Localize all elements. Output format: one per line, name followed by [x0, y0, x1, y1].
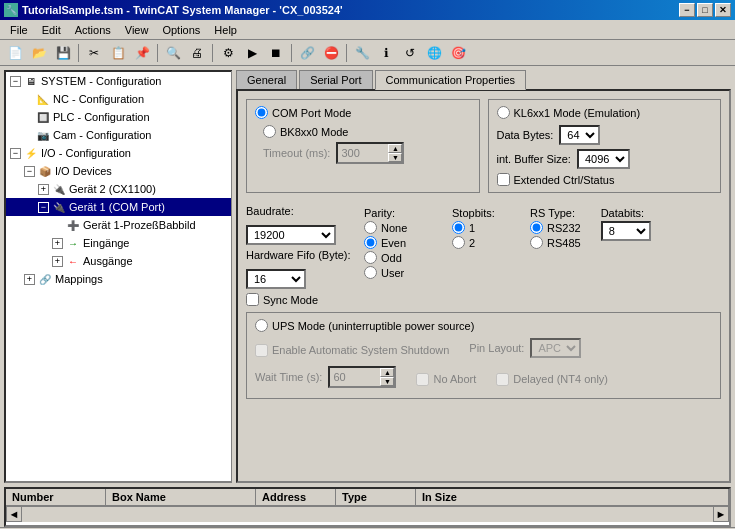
tab-serial-port[interactable]: Serial Port	[299, 70, 372, 90]
tree-label-system: SYSTEM - Configuration	[41, 75, 161, 87]
expand-system[interactable]: −	[10, 76, 21, 87]
tree-item-ausgang[interactable]: + ← Ausgänge	[6, 252, 231, 270]
rs485-label: RS485	[547, 237, 581, 249]
expand-gerat1[interactable]: −	[38, 202, 49, 213]
paste-button[interactable]: 📌	[131, 42, 153, 64]
wait-time-spinner[interactable]: ▲ ▼	[328, 366, 396, 388]
stopbits-2-radio[interactable]	[452, 236, 465, 249]
parity-none-radio[interactable]	[364, 221, 377, 234]
rs232-row: RS232	[530, 221, 581, 234]
expand-io-devices[interactable]: −	[24, 166, 35, 177]
delayed-checkbox[interactable]	[496, 373, 509, 386]
gerat1-icon: 🔌	[51, 199, 67, 215]
copy-button[interactable]: 📋	[107, 42, 129, 64]
settings-button[interactable]: 🔧	[351, 42, 373, 64]
info-button[interactable]: ℹ	[375, 42, 397, 64]
parity-odd-radio[interactable]	[364, 251, 377, 264]
enable-auto-checkbox[interactable]	[255, 344, 268, 357]
baudrate-label: Baudrate:	[246, 205, 294, 217]
tree-item-prozess[interactable]: ➕ Gerät 1-ProzeßBabbild	[6, 216, 231, 234]
menu-file[interactable]: File	[4, 22, 34, 38]
connect-button[interactable]: 🔗	[296, 42, 318, 64]
open-button[interactable]: 📂	[28, 42, 50, 64]
stopbits-2-row: 2	[452, 236, 522, 249]
scroll-left[interactable]: ◄	[6, 506, 22, 522]
expand-mappings[interactable]: +	[24, 274, 35, 285]
tree-item-nc[interactable]: 📐 NC - Configuration	[6, 90, 231, 108]
disconnect-button[interactable]: ⛔	[320, 42, 342, 64]
bk8-radio[interactable]	[263, 125, 276, 138]
target-button[interactable]: 🎯	[447, 42, 469, 64]
tree-item-system[interactable]: − 🖥 SYSTEM - Configuration	[6, 72, 231, 90]
expand-gerat2[interactable]: +	[38, 184, 49, 195]
int-buffer-select[interactable]: 4096	[577, 149, 630, 169]
expand-eingang[interactable]: +	[52, 238, 63, 249]
hwfifo-select[interactable]: 16	[246, 269, 306, 289]
save-button[interactable]: 💾	[52, 42, 74, 64]
cut-button[interactable]: ✂	[83, 42, 105, 64]
pin-layout-select[interactable]: APC	[530, 338, 581, 358]
rs485-radio[interactable]	[530, 236, 543, 249]
wait-time-up[interactable]: ▲	[380, 368, 394, 377]
ups-mode-radio[interactable]	[255, 319, 268, 332]
timeout-down[interactable]: ▼	[388, 153, 402, 162]
expand-io[interactable]: −	[10, 148, 21, 159]
find-button[interactable]: 🔍	[162, 42, 184, 64]
timeout-up[interactable]: ▲	[388, 144, 402, 153]
menu-options[interactable]: Options	[156, 22, 206, 38]
tab-comm-props[interactable]: Communication Properties	[375, 70, 527, 90]
maximize-button[interactable]: □	[697, 3, 713, 17]
enable-auto-label: Enable Automatic System Shutdown	[272, 344, 449, 356]
scroll-track-h[interactable]	[22, 506, 713, 522]
reload-button[interactable]: ↺	[399, 42, 421, 64]
timeout-spinner[interactable]: 300 ▲ ▼	[336, 142, 404, 164]
rs232-radio[interactable]	[530, 221, 543, 234]
delayed-label: Delayed (NT4 only)	[513, 373, 608, 385]
io-icon: ⚡	[23, 145, 39, 161]
kl-mode-radio[interactable]	[497, 106, 510, 119]
main-area: − 🖥 SYSTEM - Configuration 📐 NC - Config…	[0, 66, 735, 487]
run-button[interactable]: ▶	[241, 42, 263, 64]
build-button[interactable]: ⚙	[217, 42, 239, 64]
menu-actions[interactable]: Actions	[69, 22, 117, 38]
print-button[interactable]: 🖨	[186, 42, 208, 64]
stopbits-1-radio[interactable]	[452, 221, 465, 234]
expand-ausgang[interactable]: +	[52, 256, 63, 267]
new-button[interactable]: 📄	[4, 42, 26, 64]
tab-general[interactable]: General	[236, 70, 297, 90]
parity-user-radio[interactable]	[364, 266, 377, 279]
tree-item-plc[interactable]: 🔲 PLC - Configuration	[6, 108, 231, 126]
app-icon: 🔧	[4, 3, 18, 17]
tree-item-io[interactable]: − ⚡ I/O - Configuration	[6, 144, 231, 162]
timeout-input[interactable]: 300	[338, 144, 388, 162]
wait-time-down[interactable]: ▼	[380, 377, 394, 386]
ausgang-icon: ←	[65, 253, 81, 269]
tree-item-mappings[interactable]: + 🔗 Mappings	[6, 270, 231, 288]
com-port-radio[interactable]	[255, 106, 268, 119]
wait-time-input[interactable]	[330, 368, 380, 386]
no-abort-checkbox[interactable]	[416, 373, 429, 386]
tree-item-eingang[interactable]: + → Eingänge	[6, 234, 231, 252]
baudrate-section: Baudrate:	[246, 205, 356, 217]
databits-select[interactable]: 8	[601, 221, 651, 241]
baudrate-select[interactable]: 19200	[246, 225, 336, 245]
sync-mode-checkbox[interactable]	[246, 293, 259, 306]
data-bytes-select[interactable]: 64	[559, 125, 600, 145]
tree-item-io-devices[interactable]: − 📦 I/O Devices	[6, 162, 231, 180]
parity-user-label: User	[381, 267, 404, 279]
close-button[interactable]: ✕	[715, 3, 731, 17]
menu-view[interactable]: View	[119, 22, 155, 38]
menu-edit[interactable]: Edit	[36, 22, 67, 38]
parity-even-radio[interactable]	[364, 236, 377, 249]
hwfifo-label: Hardware Fifo (Byte):	[246, 249, 351, 261]
stop-button[interactable]: ⏹	[265, 42, 287, 64]
ext-ctrl-checkbox[interactable]	[497, 173, 510, 186]
tree-item-gerat1[interactable]: − 🔌 Gerät 1 (COM Port)	[6, 198, 231, 216]
table-scrollbar-h[interactable]: ◄ ►	[6, 506, 729, 522]
tree-item-cam[interactable]: 📷 Cam - Configuration	[6, 126, 231, 144]
menu-help[interactable]: Help	[208, 22, 243, 38]
network-button[interactable]: 🌐	[423, 42, 445, 64]
scroll-right[interactable]: ►	[713, 506, 729, 522]
minimize-button[interactable]: −	[679, 3, 695, 17]
tree-item-gerat2[interactable]: + 🔌 Gerät 2 (CX1100)	[6, 180, 231, 198]
